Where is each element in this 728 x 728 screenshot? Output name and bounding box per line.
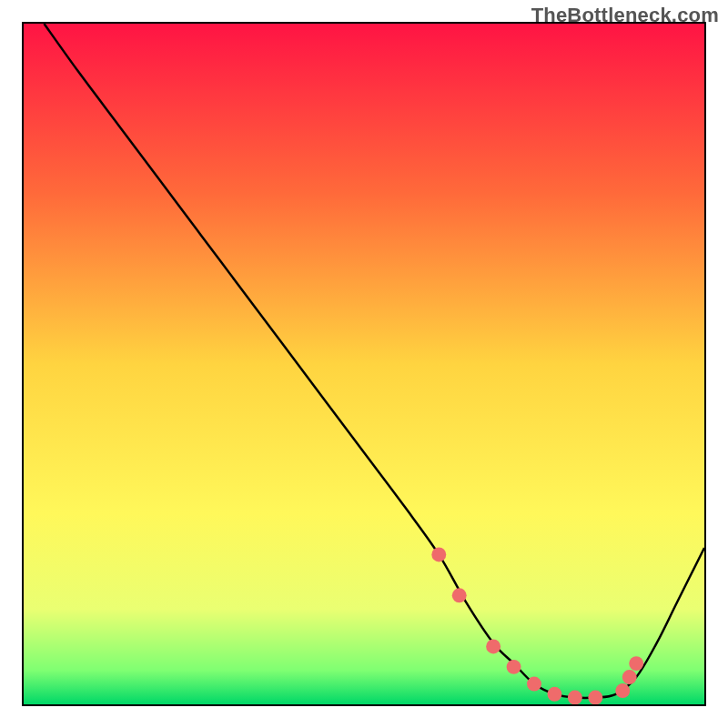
marker-dot [629, 656, 643, 671]
marker-dot [615, 683, 630, 698]
marker-dots-group [431, 547, 643, 704]
marker-dot [622, 670, 637, 684]
marker-dot [527, 677, 541, 692]
marker-dot [568, 691, 582, 704]
bottleneck-curve-path [44, 24, 704, 698]
marker-dot [507, 660, 521, 674]
marker-dot [486, 639, 500, 653]
marker-dot [547, 687, 561, 702]
marker-dot [431, 547, 446, 561]
marker-dot [452, 588, 467, 602]
chart-plot-area [22, 22, 706, 706]
marker-dot [588, 691, 602, 704]
bottleneck-curve-overlay [24, 24, 704, 704]
watermark-text: TheBottleneck.com [531, 4, 719, 27]
